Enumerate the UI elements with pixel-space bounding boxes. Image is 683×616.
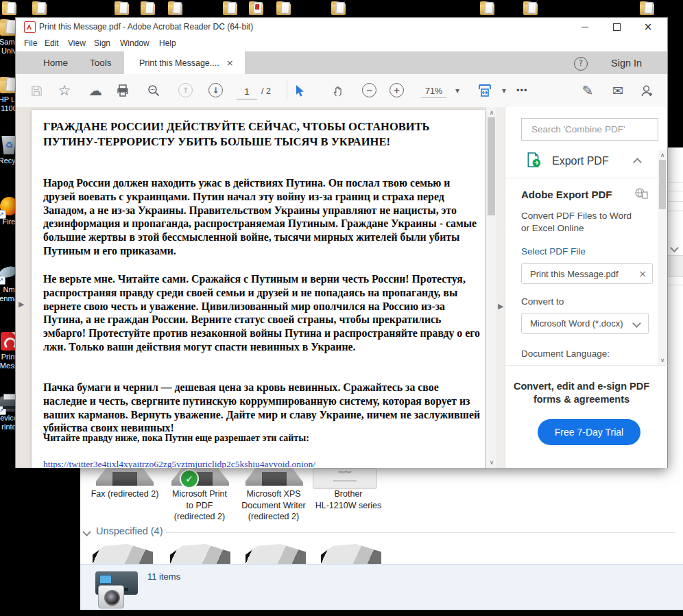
pdf-paragraph: Народ России должен находить ужас в дейс… bbox=[43, 176, 485, 258]
panel-toggle-icon[interactable]: ▶ bbox=[498, 303, 503, 310]
tab-close-icon[interactable]: × bbox=[226, 58, 234, 67]
remove-file-icon[interactable]: × bbox=[638, 269, 647, 279]
previous-page-icon[interactable]: ↑ bbox=[178, 83, 193, 97]
search-icon[interactable] bbox=[145, 82, 162, 99]
zoom-in-icon[interactable]: + bbox=[390, 83, 404, 97]
folder-icon[interactable] bbox=[640, 1, 654, 16]
pdf-paragraph: Не верьте мне. Читайте сами. Сражайся с … bbox=[43, 272, 485, 354]
main-toolbar: ☆ ☁ ↑ ↓ / 2 − + 71% ▾ bbox=[16, 74, 667, 108]
pdf-heading: ГРАЖДАНЕ РОССИИ! ДЕЙСТВУЙТЕ СЕЙЧАС, ЧТОБ… bbox=[43, 119, 474, 149]
item-count: 11 items bbox=[147, 571, 180, 582]
title-bar[interactable]: Print this Message.pdf - Adobe Acrobat R… bbox=[16, 18, 667, 36]
toolbar-fragment bbox=[667, 255, 683, 277]
panel-divider bbox=[505, 365, 668, 366]
menu-help[interactable]: Help bbox=[159, 38, 176, 48]
page-count-label: / 2 bbox=[261, 86, 271, 96]
scroll-down-icon[interactable]: ∨ bbox=[658, 355, 667, 365]
nav-pane-toggle-icon[interactable]: ▶ bbox=[19, 300, 24, 308]
select-chevron-icon bbox=[632, 319, 641, 328]
convert-format-select[interactable]: Microsoft Word (*.docx) bbox=[521, 313, 649, 334]
save-icon[interactable] bbox=[28, 82, 45, 99]
close-button[interactable]: × bbox=[634, 18, 662, 36]
acrobat-window: Print this Message.pdf - Adobe Acrobat R… bbox=[15, 17, 668, 468]
panel-scrollbar[interactable]: ∧ ∨ bbox=[658, 150, 667, 365]
zoom-level-value[interactable]: 71% bbox=[421, 86, 446, 98]
share-email-icon[interactable]: ✉ bbox=[610, 82, 626, 99]
tools-search-input[interactable] bbox=[521, 118, 658, 141]
star-icon[interactable]: ☆ bbox=[56, 82, 73, 99]
folder-icon[interactable] bbox=[249, 1, 263, 16]
section-header[interactable]: Unspecified (4) bbox=[96, 525, 163, 536]
brother-brand-label: brother bbox=[313, 470, 376, 474]
document-area: ▶ ГРАЖДАНЕ РОССИИ! ДЕЙСТВУЙТЕ СЕЙЧАС, ЧТ… bbox=[16, 107, 496, 468]
menu-sign[interactable]: Sign bbox=[94, 38, 110, 48]
tab-tools[interactable]: Tools bbox=[90, 51, 112, 74]
cloud-upload-icon[interactable]: ☁ bbox=[87, 82, 104, 99]
hand-tool-icon[interactable] bbox=[330, 82, 346, 99]
tab-document[interactable]: Print this Message.... × bbox=[124, 51, 245, 74]
menu-file[interactable]: File bbox=[24, 38, 37, 48]
folder-icon[interactable] bbox=[523, 1, 538, 16]
panel-toggle-strip: ▶ bbox=[496, 107, 505, 468]
zoom-out-icon[interactable]: − bbox=[362, 83, 376, 97]
scrollbar-thumb[interactable] bbox=[488, 117, 495, 215]
desktop: Sams Univ HP La 1100 ♻ Recyc ↗ Fire ↗ Nm… bbox=[0, 0, 683, 616]
tab-bar: Home Tools Print this Message.... × ? Si… bbox=[16, 51, 667, 74]
document-scrollbar[interactable]: ∧ ∨ bbox=[486, 107, 497, 468]
shortcut-arrow-icon: ↗ bbox=[0, 406, 6, 415]
maximize-button[interactable] bbox=[603, 18, 630, 36]
next-page-icon[interactable]: ↓ bbox=[208, 83, 223, 97]
free-trial-button[interactable]: Free 7-Day Trial bbox=[538, 419, 640, 445]
promo-text: Convert, edit and e-sign PDF forms & agr… bbox=[505, 380, 658, 406]
shortcut-arrow-icon: ↗ bbox=[0, 210, 6, 219]
acrobat-app-icon bbox=[24, 21, 36, 33]
brother-printer-icon[interactable]: brother bbox=[313, 468, 377, 489]
menu-window[interactable]: Window bbox=[120, 38, 149, 48]
export-pdf-icon bbox=[526, 152, 541, 167]
sign-in-button[interactable]: Sign In bbox=[611, 51, 642, 74]
pdf-paragraph: Пачка бумаги и чернил — дешевая цена за … bbox=[43, 381, 485, 435]
pdf-page: ГРАЖДАНЕ РОССИИ! ДЕЙСТВУЙТЕ СЕЙЧАС, ЧТОБ… bbox=[32, 110, 485, 468]
folder-icon[interactable] bbox=[276, 1, 291, 16]
share-person-icon[interactable] bbox=[638, 82, 655, 99]
sign-pen-icon[interactable]: ✎ bbox=[579, 82, 596, 99]
export-pdf-label[interactable]: Export PDF bbox=[552, 155, 609, 167]
section-collapse-icon[interactable] bbox=[82, 528, 91, 536]
tab-document-label: Print this Message.... bbox=[139, 58, 219, 68]
more-tools-icon[interactable]: ••• bbox=[516, 85, 528, 95]
folder-icon[interactable] bbox=[331, 1, 346, 16]
scroll-down-icon[interactable]: ∨ bbox=[486, 458, 497, 467]
select-tool-icon[interactable] bbox=[293, 82, 309, 99]
folder-icon[interactable] bbox=[2, 1, 16, 16]
folder-icon[interactable] bbox=[223, 1, 237, 16]
pdf-link[interactable]: https://twitter3e4tixl4xyaitrzo62zg5vztm… bbox=[43, 459, 315, 468]
convert-to-label: Convert to bbox=[521, 296, 564, 307]
fit-width-icon[interactable] bbox=[477, 82, 493, 99]
minimize-button[interactable] bbox=[571, 18, 599, 36]
scrollbar-thumb[interactable] bbox=[659, 160, 666, 209]
page-number-input[interactable] bbox=[237, 84, 257, 99]
chevron-down-icon[interactable] bbox=[670, 244, 679, 252]
print-icon[interactable] bbox=[115, 82, 131, 99]
help-icon[interactable]: ? bbox=[574, 57, 588, 71]
folder-icon[interactable] bbox=[480, 1, 494, 16]
scroll-up-icon[interactable]: ∧ bbox=[486, 108, 497, 117]
document-language-label: Document Language: bbox=[521, 348, 610, 359]
zoom-caret-icon[interactable]: ▾ bbox=[449, 82, 466, 99]
window-title: Print this Message.pdf - Adobe Acrobat R… bbox=[39, 22, 253, 32]
convert-format-value: Microsoft Word (*.docx) bbox=[530, 318, 634, 329]
fit-caret-icon[interactable]: ▾ bbox=[496, 82, 512, 99]
folder-icon[interactable] bbox=[141, 1, 155, 16]
folder-icon[interactable] bbox=[32, 1, 47, 16]
selected-file-chip[interactable]: Print this Message.pdf × bbox=[521, 263, 653, 284]
scroll-up-icon[interactable]: ∧ bbox=[658, 150, 667, 160]
printer-label[interactable]: Brother HL-1210W series bbox=[304, 488, 393, 511]
select-pdf-file-link[interactable]: Select PDF File bbox=[521, 246, 586, 257]
collapse-chevron-icon[interactable] bbox=[633, 158, 642, 167]
menu-edit[interactable]: Edit bbox=[45, 38, 59, 48]
pdf-paragraph: Читайте правду ниже, пока Путин еще разр… bbox=[43, 431, 485, 445]
menu-view[interactable]: View bbox=[68, 38, 86, 48]
folder-icon[interactable] bbox=[115, 1, 129, 16]
folder-icon[interactable] bbox=[168, 1, 182, 16]
tab-home[interactable]: Home bbox=[43, 51, 68, 74]
